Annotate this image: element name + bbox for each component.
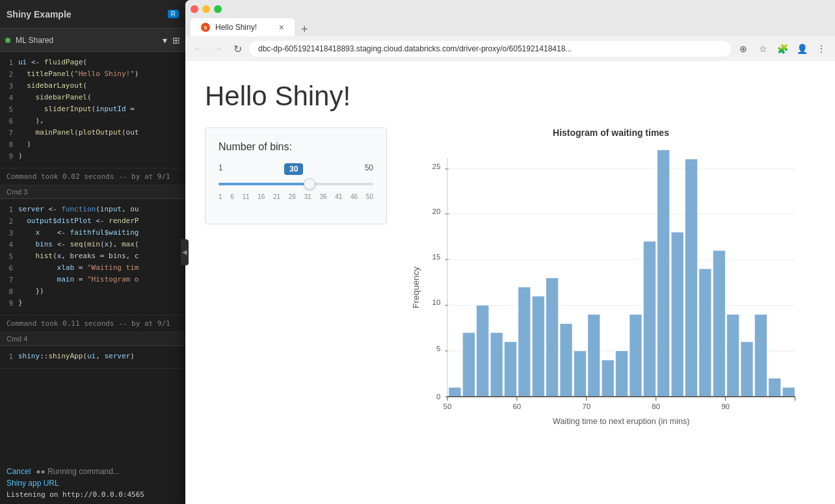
browser-actions: ⊕ ☆ 🧩 👤 ⋮ bbox=[735, 40, 830, 57]
browser-menu-button[interactable]: ⋮ bbox=[813, 40, 830, 57]
active-tab[interactable]: S Hello Shiny! × bbox=[191, 18, 295, 36]
svg-text:20: 20 bbox=[432, 207, 441, 215]
notebook-header: Shiny Example R bbox=[0, 0, 185, 29]
code-line: 9 } bbox=[0, 298, 185, 310]
svg-text:5: 5 bbox=[436, 345, 440, 352]
grid-icon[interactable]: ⊞ bbox=[172, 35, 180, 46]
svg-text:0: 0 bbox=[436, 393, 440, 401]
cluster-status-dot bbox=[5, 38, 10, 43]
code-line: 4 sidebarPanel( bbox=[0, 92, 185, 104]
refresh-button[interactable]: ↻ bbox=[230, 41, 245, 57]
cmd-label-1: Cmd 3 bbox=[0, 185, 185, 199]
shiny-url-link[interactable]: Shiny app URL bbox=[7, 479, 179, 488]
tab-favicon: S bbox=[201, 23, 210, 32]
svg-text:50: 50 bbox=[443, 403, 451, 410]
sidebar-panel: Number of bins: 1 30 50 1 bbox=[205, 127, 387, 224]
code-line: 2 output$distPlot <- renderP bbox=[0, 216, 185, 228]
svg-rect-42 bbox=[754, 314, 767, 396]
svg-rect-33 bbox=[630, 314, 642, 396]
svg-rect-29 bbox=[574, 351, 586, 397]
svg-rect-32 bbox=[616, 351, 628, 397]
tab-title: Hello Shiny! bbox=[215, 23, 257, 32]
svg-rect-31 bbox=[602, 360, 614, 397]
svg-text:25: 25 bbox=[432, 163, 441, 170]
svg-text:15: 15 bbox=[432, 253, 441, 261]
svg-text:70: 70 bbox=[582, 403, 590, 410]
svg-rect-43 bbox=[769, 378, 781, 397]
slider-value-badge: 30 bbox=[284, 163, 303, 175]
svg-text:60: 60 bbox=[512, 403, 521, 410]
code-line: 8 ) bbox=[0, 139, 185, 151]
svg-rect-37 bbox=[685, 159, 698, 397]
svg-rect-28 bbox=[560, 324, 572, 397]
svg-rect-39 bbox=[713, 250, 725, 397]
svg-rect-36 bbox=[671, 232, 683, 397]
svg-rect-23 bbox=[490, 333, 503, 397]
running-indicator: ●● Running command... bbox=[36, 467, 120, 476]
code-line: 7 main = "Histogram o bbox=[0, 274, 185, 286]
slider-thumb[interactable] bbox=[304, 178, 315, 190]
chart-title: Histogram of waiting times bbox=[406, 127, 815, 138]
cmd-output-2: Command took 0.11 seconds -- by at 9/1 bbox=[0, 315, 185, 332]
profile-button[interactable]: 👤 bbox=[793, 40, 810, 57]
bookmark-button[interactable]: ☆ bbox=[754, 40, 771, 57]
svg-text:Frequency: Frequency bbox=[411, 267, 421, 308]
svg-text:90: 90 bbox=[721, 403, 730, 410]
svg-text:Waiting time to next eruption : Waiting time to next eruption (in mins) bbox=[553, 417, 689, 426]
code-line: 6 ), bbox=[0, 116, 185, 127]
shiny-layout: Number of bins: 1 30 50 1 bbox=[205, 127, 815, 433]
extensions-button[interactable]: 🧩 bbox=[774, 40, 791, 57]
code-line: 6 xlab = "Waiting tim bbox=[0, 263, 185, 274]
slider-container: 1 30 50 1 6 11 16 bbox=[219, 163, 373, 200]
tab-bar: S Hello Shiny! × + bbox=[191, 18, 830, 36]
svg-text:10: 10 bbox=[432, 298, 441, 306]
svg-rect-27 bbox=[546, 278, 559, 397]
code-line: 2 titlePanel("Hello Shiny!") bbox=[0, 69, 185, 81]
code-line: 3 x <- faithful$waiting bbox=[0, 228, 185, 239]
minimize-window-button[interactable] bbox=[202, 5, 210, 13]
dropdown-icon[interactable]: ▾ bbox=[163, 35, 167, 46]
slider-fill bbox=[219, 183, 311, 185]
code-line: 7 mainPanel(plotOutput(out bbox=[0, 127, 185, 139]
address-input[interactable] bbox=[249, 41, 731, 57]
cmd-label-2: Cmd 4 bbox=[0, 332, 185, 346]
forward-button[interactable]: → bbox=[210, 41, 226, 57]
svg-rect-24 bbox=[505, 342, 517, 397]
notebook-panel: Shiny Example R ML Shared ▾ ⊞ 1 ui <- fl… bbox=[0, 0, 185, 504]
svg-rect-22 bbox=[477, 305, 489, 396]
shiny-app-title: Hello Shiny! bbox=[205, 81, 815, 112]
shiny-app-content: Hello Shiny! Number of bins: 1 30 50 bbox=[185, 61, 835, 504]
notebook-title: Shiny Example bbox=[7, 9, 164, 20]
svg-rect-26 bbox=[532, 296, 544, 397]
slider-track[interactable] bbox=[219, 183, 373, 185]
code-cell-1: 1 ui <- fluidPage( 2 titlePanel("Hello S… bbox=[0, 52, 185, 168]
cancel-button[interactable]: Cancel bbox=[7, 467, 31, 476]
cmd-output-1: Command took 0.02 seconds -- by at 9/1 bbox=[0, 168, 185, 185]
svg-rect-21 bbox=[462, 333, 475, 397]
code-line: 3 sidebarLayout( bbox=[0, 81, 185, 92]
code-line: 1 shiny::shinyApp(ui, server) bbox=[0, 351, 185, 363]
code-line: 5 hist(x, breaks = bins, c bbox=[0, 251, 185, 263]
bins-label: Number of bins: bbox=[219, 141, 373, 153]
svg-rect-40 bbox=[727, 314, 739, 396]
browser-chrome: S Hello Shiny! × + bbox=[185, 0, 835, 36]
svg-text:80: 80 bbox=[652, 403, 660, 410]
slider-minmax: 1 30 50 bbox=[219, 163, 373, 175]
svg-rect-30 bbox=[588, 314, 600, 396]
zoom-button[interactable]: ⊕ bbox=[735, 40, 752, 57]
notebook-toolbar: ML Shared ▾ ⊞ bbox=[0, 29, 185, 52]
listening-text: Listening on http://0.0.0.0:4565 bbox=[7, 490, 179, 499]
tab-close-button[interactable]: × bbox=[279, 22, 284, 33]
back-button[interactable]: ← bbox=[191, 41, 206, 57]
code-line: 5 sliderInput(inputId = bbox=[0, 104, 185, 116]
code-cell-3: 1 shiny::shinyApp(ui, server) bbox=[0, 346, 185, 369]
chart-area: Histogram of waiting times Frequency 0 5 bbox=[406, 127, 815, 433]
new-tab-button[interactable]: + bbox=[296, 23, 313, 36]
address-bar-row: ← → ↻ ⊕ ☆ 🧩 👤 ⋮ bbox=[185, 36, 835, 61]
collapse-panel-button[interactable]: ◀ bbox=[181, 239, 189, 265]
maximize-window-button[interactable] bbox=[214, 5, 222, 13]
collapse-icon: ◀ bbox=[182, 248, 187, 256]
slider-track-wrapper bbox=[219, 178, 373, 191]
close-window-button[interactable] bbox=[191, 5, 198, 13]
code-line: 4 bins <- seq(min(x), max( bbox=[0, 239, 185, 251]
